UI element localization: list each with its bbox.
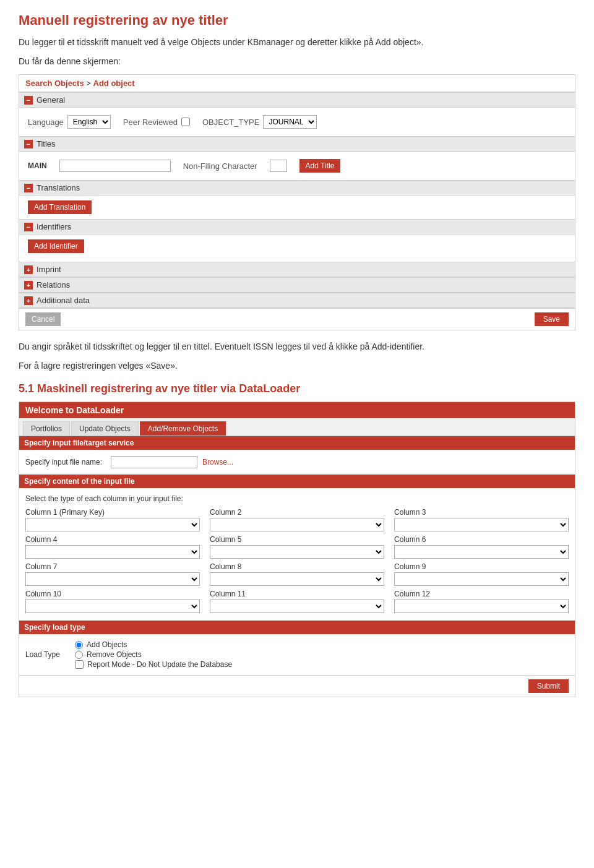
content-section-header: Specify content of the input file <box>19 475 575 488</box>
column-10-label: Column 10 <box>25 590 200 598</box>
column-5-label: Column 5 <box>210 535 384 544</box>
column-9-item: Column 9 <box>394 562 569 586</box>
column-6-item: Column 6 <box>394 535 569 559</box>
peer-reviewed-checkbox[interactable] <box>181 118 190 126</box>
peer-reviewed-label: Peer Reviewed <box>123 118 178 127</box>
page-title: Manuell registrering av nye titler <box>19 12 575 28</box>
column-1-select[interactable] <box>25 518 200 531</box>
column-4-item: Column 4 <box>25 535 200 559</box>
column-12-item: Column 12 <box>394 590 569 613</box>
identifiers-section-body: Add Identifier <box>19 234 575 258</box>
intro-paragraph-1: Du legger til et tidsskrift manuelt ved … <box>19 36 575 49</box>
breadcrumb-add[interactable]: Add object <box>93 79 135 88</box>
remove-objects-label: Remove Objects <box>87 650 142 659</box>
object-type-select[interactable]: JOURNAL <box>263 115 317 129</box>
add-objects-radio[interactable] <box>75 641 83 649</box>
general-collapse-icon[interactable]: − <box>24 96 33 105</box>
language-label: Language <box>28 118 64 127</box>
relations-expand-icon[interactable]: + <box>24 281 33 290</box>
titles-section-header: − Titles <box>19 136 575 152</box>
load-type-row: Load Type Add Objects Remove Objects Rep… <box>25 638 569 671</box>
main-label: MAIN <box>28 161 47 170</box>
column-8-item: Column 8 <box>210 562 384 586</box>
submit-button[interactable]: Submit <box>528 679 569 693</box>
general-section-header: − General <box>19 92 575 108</box>
form-footer: Cancel Save <box>19 308 575 330</box>
column-4-label: Column 4 <box>25 535 200 544</box>
breadcrumb-search[interactable]: Search Objects <box>25 79 84 88</box>
additional-data-expand-icon[interactable]: + <box>24 296 33 305</box>
remove-objects-radio[interactable] <box>75 651 83 659</box>
imprint-expand-icon[interactable]: + <box>24 265 33 274</box>
translations-section-body: Add Translation <box>19 196 575 219</box>
load-type-label: Load Type <box>25 650 69 659</box>
column-3-label: Column 3 <box>394 508 569 517</box>
column-2-item: Column 2 <box>210 508 384 531</box>
column-3-item: Column 3 <box>394 508 569 531</box>
column-6-select[interactable] <box>394 545 569 559</box>
identifiers-section-label: Identifiers <box>37 222 71 231</box>
column-4-select[interactable] <box>25 545 200 559</box>
dataloader-tabs: Portfolios Update Objects Add/Remove Obj… <box>19 418 575 436</box>
save-button[interactable]: Save <box>535 312 569 326</box>
language-field-group: Language English <box>28 115 111 129</box>
section-title: 5.1 Maskinell registrering av nye titler… <box>19 382 575 395</box>
column-2-select[interactable] <box>210 518 384 531</box>
add-title-button[interactable]: Add Title <box>299 159 341 173</box>
dataloader-header: Welcome to DataLoader <box>19 402 575 418</box>
dataloader-panel: Welcome to DataLoader Portfolios Update … <box>19 402 575 697</box>
column-5-item: Column 5 <box>210 535 384 559</box>
input-section-body: Specify input file name: Browse... <box>19 450 575 475</box>
tab-add-remove-objects[interactable]: Add/Remove Objects <box>140 421 226 436</box>
remove-objects-option[interactable]: Remove Objects <box>75 650 232 659</box>
browse-button[interactable]: Browse... <box>202 458 233 466</box>
general-section-label: General <box>37 95 65 105</box>
additional-data-section-header: + Additional data <box>19 293 575 308</box>
column-7-select[interactable] <box>25 572 200 586</box>
intro-paragraph-2: Du får da denne skjermen: <box>19 55 575 68</box>
tab-update-objects[interactable]: Update Objects <box>71 421 139 436</box>
main-title-input[interactable] <box>59 160 171 172</box>
add-identifier-button[interactable]: Add Identifier <box>28 239 84 253</box>
report-mode-checkbox[interactable] <box>75 660 84 669</box>
content-section-body: Select the type of each column in your i… <box>19 488 575 621</box>
identifiers-collapse-icon[interactable]: − <box>24 223 33 231</box>
nfc-input[interactable] <box>270 160 287 172</box>
column-10-select[interactable] <box>25 599 200 613</box>
column-11-select[interactable] <box>210 599 384 613</box>
body-paragraph-4: For å lagre registreringen velges «Save»… <box>19 359 575 372</box>
titles-collapse-icon[interactable]: − <box>24 140 33 148</box>
add-translation-button[interactable]: Add Translation <box>28 200 92 214</box>
tab-portfolios[interactable]: Portfolios <box>23 421 70 436</box>
column-5-select[interactable] <box>210 545 384 559</box>
column-7-item: Column 7 <box>25 562 200 586</box>
imprint-section-label: Imprint <box>37 265 61 274</box>
report-mode-option[interactable]: Report Mode - Do Not Update the Database <box>75 660 232 669</box>
column-9-select[interactable] <box>394 572 569 586</box>
column-7-label: Column 7 <box>25 562 200 571</box>
translations-collapse-icon[interactable]: − <box>24 184 33 192</box>
form-breadcrumb: Search Objects > Add object <box>19 75 575 92</box>
object-type-field-group: OBJECT_TYPE JOURNAL <box>202 115 317 129</box>
input-section-header: Specify input file/target service <box>19 436 575 450</box>
language-select[interactable]: English <box>67 115 111 129</box>
column-8-select[interactable] <box>210 572 384 586</box>
identifiers-section-header: − Identifiers <box>19 219 575 234</box>
load-type-section-header: Specify load type <box>19 621 575 634</box>
dataloader-footer: Submit <box>19 675 575 697</box>
column-12-select[interactable] <box>394 599 569 613</box>
column-2-label: Column 2 <box>210 508 384 517</box>
add-objects-option[interactable]: Add Objects <box>75 640 232 649</box>
load-type-body: Load Type Add Objects Remove Objects Rep… <box>19 634 575 675</box>
translations-section-label: Translations <box>37 183 80 192</box>
general-section-body: Language English Peer Reviewed OBJECT_TY… <box>19 108 575 136</box>
additional-data-section-label: Additional data <box>37 296 90 305</box>
column-3-select[interactable] <box>394 518 569 531</box>
cancel-button[interactable]: Cancel <box>25 312 61 326</box>
imprint-section-header: + Imprint <box>19 262 575 277</box>
column-11-item: Column 11 <box>210 590 384 613</box>
relations-section-label: Relations <box>37 280 70 290</box>
column-1-item: Column 1 (Primary Key) <box>25 508 200 531</box>
input-file-label: Specify input file name: <box>25 458 106 466</box>
input-file-field[interactable] <box>111 456 197 468</box>
